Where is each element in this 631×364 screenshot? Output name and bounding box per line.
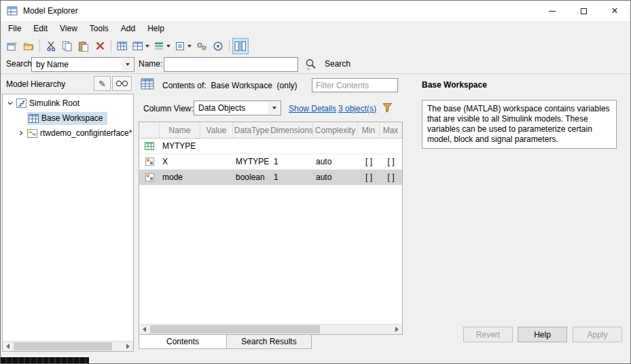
cell-complexity[interactable]: auto <box>313 157 358 166</box>
toolbar-separator <box>39 39 40 52</box>
search-bar: Search: by Name Name: Search <box>1 55 630 74</box>
options-button[interactable] <box>194 38 210 54</box>
cell-max[interactable]: [ ] <box>380 172 402 182</box>
cell-complexity[interactable]: auto <box>313 172 358 182</box>
paste-button[interactable] <box>75 38 92 54</box>
open-button[interactable] <box>20 38 37 54</box>
scrollbar-thumb[interactable] <box>14 342 112 350</box>
chevron-right-icon[interactable] <box>16 130 26 136</box>
scope-dropdown-button[interactable] <box>173 38 194 54</box>
tree-item-rtwdemo-configinterface[interactable]: rtwdemo_configinterface* <box>3 126 133 141</box>
column-view-combobox[interactable]: Data Objects <box>194 101 281 115</box>
new-model-icon <box>7 41 18 52</box>
close-button[interactable]: × <box>599 1 630 21</box>
scroll-right-button[interactable] <box>392 325 402 334</box>
revert-button[interactable]: Revert <box>463 327 513 342</box>
filter-options-button[interactable] <box>382 102 393 115</box>
filter-contents-input[interactable] <box>312 78 398 92</box>
cell-datatype[interactable]: boolean <box>233 172 271 182</box>
table-row-mode[interactable]: mode boolean 1 auto [ ] [ ] <box>139 170 402 185</box>
detail-pane-title: Base Workspace <box>422 80 487 90</box>
chevron-down-icon <box>187 45 192 48</box>
maximize-button[interactable] <box>568 1 599 21</box>
object-count-link[interactable]: 3 object(s) <box>338 104 376 113</box>
scroll-left-button[interactable] <box>139 325 149 334</box>
search-name-input[interactable] <box>164 57 298 72</box>
contents-tabs: Contents Search Results <box>139 335 312 349</box>
help-button[interactable]: Help <box>518 327 567 342</box>
parameter-object-icon <box>139 173 160 181</box>
minimize-button[interactable] <box>537 1 568 21</box>
tab-contents[interactable]: Contents <box>139 335 227 349</box>
combobox-arrow[interactable] <box>122 58 133 71</box>
cell-min[interactable]: [ ] <box>358 157 380 166</box>
copy-button[interactable] <box>59 38 75 54</box>
column-header-datatype[interactable]: DataType <box>233 122 271 138</box>
hierarchy-horizontal-scrollbar[interactable] <box>3 341 133 351</box>
view-layers-dropdown-button[interactable] <box>151 38 173 54</box>
cell-dimensions[interactable]: 1 <box>271 172 313 182</box>
menu-help[interactable]: Help <box>141 21 170 37</box>
delete-button[interactable] <box>92 38 108 54</box>
column-header-max[interactable]: Max <box>380 122 402 138</box>
column-header-icon[interactable] <box>139 122 160 138</box>
tree-item-label: Simulink Root <box>29 98 79 108</box>
app-icon <box>7 5 18 16</box>
chevron-down-icon[interactable] <box>5 100 15 107</box>
menu-edit[interactable]: Edit <box>27 21 54 37</box>
tab-search-results[interactable]: Search Results <box>227 335 312 349</box>
close-icon: × <box>611 5 617 17</box>
table-header-row: Name Value DataType Dimensions Complexit… <box>139 122 402 139</box>
column-header-name[interactable]: Name <box>160 122 200 138</box>
window-title: Model Explorer <box>23 6 78 16</box>
gears-icon <box>196 41 208 52</box>
tree-item-base-workspace[interactable]: Base Workspace <box>3 111 133 126</box>
hierarchy-title: Model Hierarchy <box>6 79 65 89</box>
preferences-button[interactable] <box>210 38 226 54</box>
search-mode-combobox[interactable]: by Name <box>31 57 134 72</box>
combobox-arrow[interactable] <box>268 102 280 114</box>
table-row-mytype[interactable]: MYTYPE <box>139 139 402 154</box>
tree-item-simulink-root[interactable]: Simulink Root <box>3 96 133 111</box>
cell-name[interactable]: MYTYPE <box>160 141 200 151</box>
cut-button[interactable] <box>43 38 59 54</box>
cell-min[interactable]: [ ] <box>358 172 380 182</box>
contents-of-icon <box>141 77 157 93</box>
pencil-icon: ✎ <box>98 79 106 89</box>
run-search-button[interactable] <box>302 56 320 73</box>
cell-name[interactable]: X <box>160 157 200 166</box>
show-current-system-button[interactable] <box>112 76 132 91</box>
column-view-toggle-button[interactable] <box>232 38 249 54</box>
apply-button[interactable]: Apply <box>573 327 622 342</box>
scrollbar-thumb[interactable] <box>150 325 320 333</box>
detail-description: The base (MATLAB) workspace contains var… <box>422 100 617 149</box>
open-folder-icon <box>23 41 34 52</box>
box-icon <box>175 41 185 52</box>
contents-scope-label: (only) <box>277 81 298 90</box>
new-model-button[interactable] <box>4 38 20 54</box>
cell-name[interactable]: mode <box>160 172 200 182</box>
glasses-icon <box>115 79 128 88</box>
menu-file[interactable]: File <box>2 21 27 37</box>
contents-horizontal-scrollbar[interactable] <box>139 324 402 334</box>
column-header-value[interactable]: Value <box>200 122 233 138</box>
search-button-label[interactable]: Search <box>325 59 350 69</box>
cell-datatype[interactable]: MYTYPE <box>233 157 271 166</box>
edit-hierarchy-button[interactable]: ✎ <box>94 76 111 91</box>
contents-of-header: Contents of: Base Workspace (only) <box>162 81 298 90</box>
cell-dimensions[interactable]: 1 <box>271 157 313 166</box>
show-details-link[interactable]: Show Details <box>289 104 336 113</box>
cell-max[interactable]: [ ] <box>380 157 402 166</box>
menu-view[interactable]: View <box>54 21 84 37</box>
add-object-dropdown-button[interactable] <box>130 38 151 54</box>
table-row-x[interactable]: X MYTYPE 1 auto [ ] [ ] <box>139 154 402 170</box>
search-icon <box>304 58 318 71</box>
column-header-dimensions[interactable]: Dimensions <box>271 122 313 138</box>
menu-tools[interactable]: Tools <box>84 21 115 37</box>
column-header-complexity[interactable]: Complexity <box>313 122 358 138</box>
scroll-right-button[interactable] <box>123 342 133 351</box>
add-object-button[interactable] <box>114 38 130 54</box>
column-header-min[interactable]: Min <box>358 122 380 138</box>
menu-add[interactable]: Add <box>115 21 141 37</box>
scroll-left-button[interactable] <box>3 342 13 351</box>
